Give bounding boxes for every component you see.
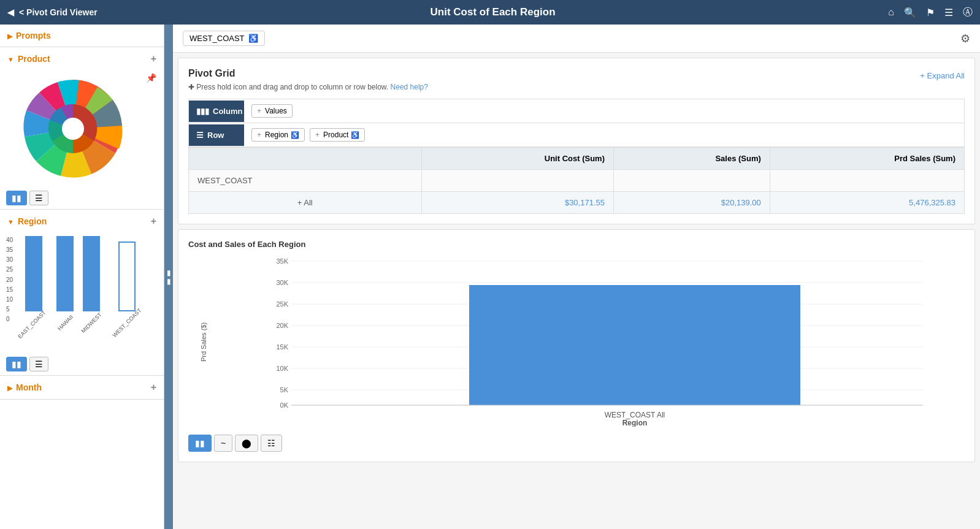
chart-type-buttons: ▮▮ ~ ⬤ ☷ [188,435,965,452]
svg-text:25K: 25K [276,300,288,308]
row-icon: ☰ [196,131,204,140]
table-row: WEST_COAST [189,170,965,192]
month-arrow-icon: ▶ [7,384,12,392]
pivot-table: Unit Cost (Sum) Sales (Sum) Prd Sales (S… [188,147,965,214]
svg-text:10K: 10K [276,365,288,372]
prompts-header[interactable]: ▶Prompts [0,25,164,47]
bar-west-coast[interactable]: WEST_COAST [108,242,146,322]
region-add-icon[interactable]: + [151,216,156,227]
bar-chart-svg: 35K 30K 25K 20K 15K 10K 5K 0K WEST_COAS [219,255,965,427]
month-add-icon[interactable]: + [151,382,156,393]
pivot-subtitle: ✚ Press hold icon and drag and drop to c… [188,83,965,91]
table-header-prd-sales: Prd Sales (Sum) [770,148,964,170]
month-label: Month [16,382,42,392]
bar-hawaii[interactable]: HAWAII [56,236,75,322]
topbar-icons: ⌂ 🔍 ⚑ ☰ Ⓐ [888,6,973,19]
back-button[interactable]: ◀ < Pivot Grid Viewer [7,7,98,17]
filter-tag-label: WEST_COAST [189,34,245,43]
pie-chart-type-button[interactable]: ⬤ [235,435,258,452]
filter-bar: WEST_COAST ♿ ⚙ [173,25,980,53]
product-list-button[interactable]: ☰ [29,191,48,205]
all-row-cell[interactable]: + All [189,192,422,214]
sidebar-section-prompts: ▶Prompts [0,25,164,47]
pivot-row-label: ☰ Row [189,124,244,146]
product-chip[interactable]: + Product ♿ [310,128,365,142]
table-chart-type-button[interactable]: ☷ [261,435,282,452]
product-chip-label: Product [323,131,348,139]
user-icon[interactable]: Ⓐ [963,6,973,19]
region-arrow-icon: ▼ [7,218,14,226]
column-label-text: Column [213,107,242,116]
pivot-grid-title: Pivot Grid [188,68,235,79]
bar-east-coast[interactable]: EAST_COAST [15,236,52,322]
table-header-empty [189,148,422,170]
menu-icon[interactable]: ☰ [944,7,953,18]
product-pin-icon[interactable]: 📌 [146,73,156,83]
region-bar-chart: 0 5 10 15 20 25 30 35 40 EAST_COAST [0,233,164,322]
settings-icon[interactable]: ⚙ [960,32,970,45]
prompts-arrow-icon: ▶ [7,32,12,40]
pivot-column-chips: + Values [244,99,964,123]
prd-sales-value: 5,476,325.83 [770,192,964,214]
product-chip-plus-icon: + [315,131,320,139]
back-arrow-icon: ◀ [7,7,14,17]
west-coast-filter-tag[interactable]: WEST_COAST ♿ [183,31,265,46]
product-label: Product [18,54,50,64]
svg-text:30K: 30K [276,279,288,286]
home-icon[interactable]: ⌂ [888,7,894,18]
flag-icon[interactable]: ⚑ [926,7,935,18]
svg-text:5K: 5K [280,386,289,394]
table-header-unit-cost: Unit Cost (Sum) [421,148,613,170]
region-label: Region [18,216,47,226]
svg-text:20K: 20K [276,322,288,329]
product-header[interactable]: ▼Product + [0,47,164,70]
product-bar-chart-button[interactable]: ▮▮ [6,191,27,205]
row-label-text: Row [207,131,224,140]
svg-text:WEST_COAST All: WEST_COAST All [605,411,665,419]
region-chip-remove-icon[interactable]: ♿ [291,131,299,139]
region-header[interactable]: ▼Region + [0,210,164,233]
pivot-column-row: ▮▮▮ Column + Values [189,99,964,123]
product-add-icon[interactable]: + [151,53,156,64]
pivot-column-label: ▮▮▮ Column [189,101,244,122]
product-chip-remove-icon[interactable]: ♿ [351,131,359,139]
expand-all-button[interactable]: + Expand All [920,71,965,80]
sidebar-section-month: ▶Month + [0,376,164,400]
region-bar-chart-button[interactable]: ▮▮ [6,357,27,371]
values-chip[interactable]: + Values [251,104,293,118]
prompts-label: Prompts [16,31,51,40]
chart-title: Cost and Sales of Each Region [188,240,965,249]
region-chip[interactable]: + Region ♿ [251,128,305,142]
west-coast-bar[interactable] [469,285,800,405]
region-chart-toggle: ▮▮ ☰ [0,353,164,375]
sidebar-section-product: ▼Product + 📌 [0,47,164,210]
filter-tag-remove-icon[interactable]: ♿ [248,34,258,43]
drag-icon: ✚ [188,83,194,91]
y-axis-label: Prd Sales ($) [200,322,207,361]
svg-text:Region: Region [622,419,648,427]
collapse-handle[interactable]: ▮▮ [164,25,173,529]
help-link[interactable]: Need help? [391,83,428,91]
back-label: < Pivot Grid Viewer [19,7,98,17]
region-chip-label: Region [265,131,288,139]
filter-tags: WEST_COAST ♿ [183,31,265,46]
sidebar-section-region: ▼Region + 0 5 10 15 20 25 30 35 40 [0,210,164,376]
sales-value: $20,139.00 [613,192,770,214]
content-area: WEST_COAST ♿ ⚙ Pivot Grid + Expand All ✚… [173,25,980,529]
region-list-button[interactable]: ☰ [29,357,48,371]
product-pie-chart [0,70,146,187]
line-chart-type-button[interactable]: ~ [214,435,232,452]
column-icon: ▮▮▮ [196,107,209,116]
bar-midwest[interactable]: MIDWEST [78,236,105,322]
page-title: Unit Cost of Each Region [98,6,889,18]
search-icon[interactable]: 🔍 [904,7,916,18]
bar-chart-type-button[interactable]: ▮▮ [188,435,212,452]
table-header-sales: Sales (Sum) [613,148,770,170]
month-header[interactable]: ▶Month + [0,376,164,399]
region-chip-plus-icon: + [257,131,261,139]
values-chip-label: Values [265,107,287,115]
svg-point-0 [62,118,84,140]
svg-text:0K: 0K [280,402,289,409]
region-cell: WEST_COAST [189,170,422,192]
values-chip-plus-icon: + [257,107,261,115]
